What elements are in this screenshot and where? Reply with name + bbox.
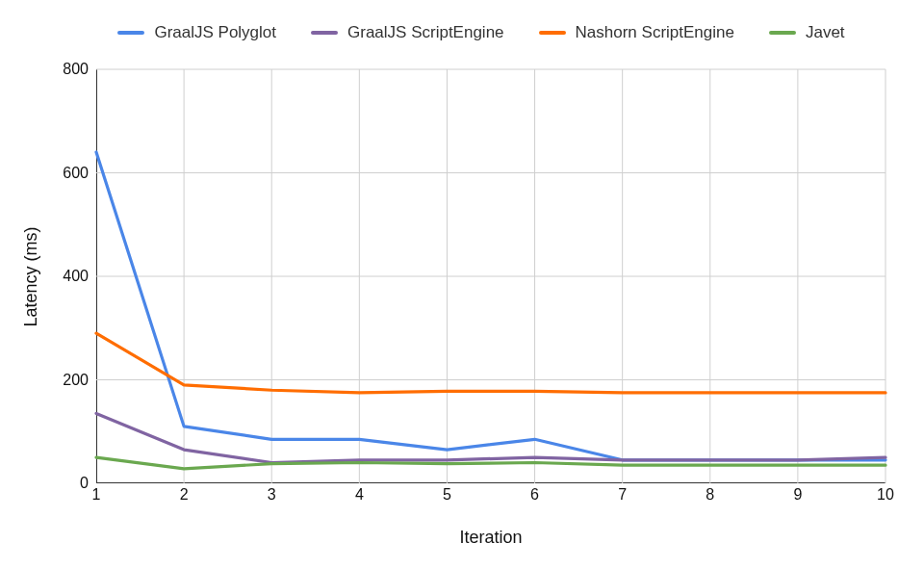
legend-swatch — [539, 31, 566, 35]
legend: GraalJS Polyglot GraalJS ScriptEngine Na… — [77, 23, 886, 42]
legend-item-graaljs-scriptengine: GraalJS ScriptEngine — [311, 23, 504, 42]
x-axis-title: Iteration — [96, 528, 886, 548]
series-line — [96, 413, 886, 462]
y-tick: 400 — [0, 268, 89, 285]
line-series-layer — [96, 69, 886, 483]
y-axis-title: Latency (ms) — [21, 69, 40, 483]
x-tick-labels: 12345678910 — [96, 486, 886, 509]
legend-item-graaljs-polyglot: GraalJS Polyglot — [117, 23, 276, 42]
y-tick: 200 — [0, 372, 89, 389]
y-tick: 600 — [0, 165, 89, 182]
series-line — [96, 152, 886, 460]
x-tick: 6 — [530, 486, 539, 504]
legend-swatch — [311, 31, 338, 35]
legend-label: GraalJS Polyglot — [154, 23, 276, 42]
legend-label: Javet — [806, 23, 845, 42]
plot-area — [96, 69, 886, 483]
y-tick-labels: 0200400600800 — [0, 69, 89, 483]
x-tick: 2 — [180, 486, 189, 504]
y-tick: 800 — [0, 61, 89, 78]
series-line — [96, 333, 886, 393]
x-tick: 4 — [355, 486, 364, 504]
legend-swatch — [769, 31, 796, 35]
x-tick: 10 — [877, 486, 894, 504]
y-axis-title-text: Latency (ms) — [21, 226, 41, 326]
x-tick: 9 — [793, 486, 802, 504]
x-tick: 3 — [268, 486, 276, 504]
chart-container: GraalJS Polyglot GraalJS ScriptEngine Na… — [0, 0, 924, 569]
x-tick: 8 — [706, 486, 714, 504]
x-tick: 7 — [618, 486, 627, 504]
legend-label: Nashorn ScriptEngine — [576, 23, 734, 42]
legend-item-nashorn-scriptengine: Nashorn ScriptEngine — [539, 23, 734, 42]
x-tick: 1 — [92, 486, 101, 504]
legend-item-javet: Javet — [769, 23, 845, 42]
legend-label: GraalJS ScriptEngine — [347, 23, 504, 42]
y-tick: 0 — [0, 475, 89, 492]
legend-swatch — [117, 31, 144, 35]
x-tick: 5 — [443, 486, 451, 504]
